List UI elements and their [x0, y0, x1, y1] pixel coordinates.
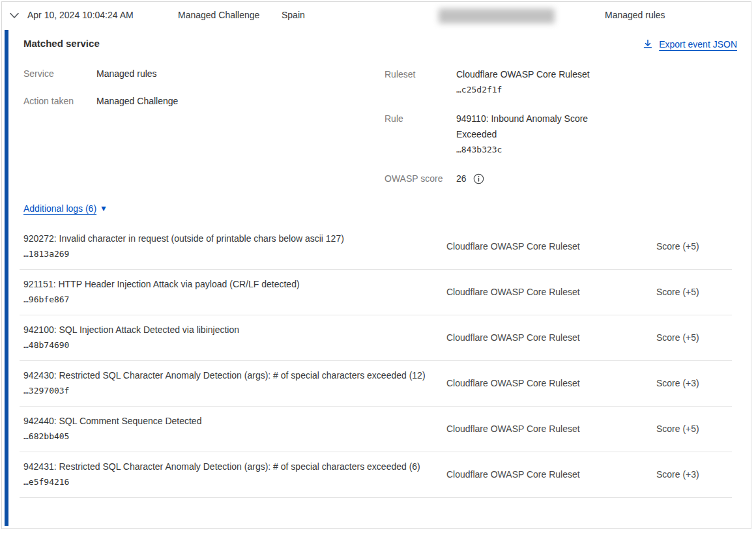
log-rule-cell: 942100: SQL Injection Attack Detected vi… — [20, 323, 446, 353]
ruleset-id: …c25d2f1f — [456, 82, 614, 98]
log-rule-description: 942100: SQL Injection Attack Detected vi… — [23, 323, 429, 338]
owasp-score-value: 26 — [456, 171, 467, 186]
log-rule-id: …96bfe867 — [23, 292, 429, 308]
info-icon[interactable] — [473, 173, 484, 184]
log-rule-cell: 942430: Restricted SQL Character Anomaly… — [20, 368, 446, 399]
event-action: Managed Challenge — [178, 9, 259, 22]
event-container: Apr 10, 2024 10:04:24 AM Managed Challen… — [1, 1, 751, 529]
log-ruleset-name: Cloudflare OWASP Core Ruleset — [446, 332, 656, 344]
export-event-json-link[interactable]: Export event JSON — [643, 39, 737, 50]
rule-name: 949110: Inbound Anomaly Score Exceeded — [456, 113, 588, 139]
log-row: 921151: HTTP Header Injection Attack via… — [20, 270, 732, 315]
log-rule-id: …1813a269 — [23, 246, 429, 262]
log-rule-cell: 942431: Restricted SQL Character Anomaly… — [20, 459, 446, 490]
field-action-taken-value: Managed Challenge — [96, 95, 178, 108]
log-row: 942431: Restricted SQL Character Anomaly… — [20, 452, 732, 498]
field-owasp-score-label: OWASP score — [385, 171, 456, 186]
field-action-taken-label: Action taken — [23, 95, 96, 108]
log-ruleset-name: Cloudflare OWASP Core Ruleset — [446, 468, 656, 481]
panel-title: Matched service — [23, 38, 100, 49]
download-icon — [643, 39, 653, 50]
log-row: 942430: Restricted SQL Character Anomaly… — [20, 361, 732, 407]
log-score: Score (+5) — [656, 240, 732, 253]
log-ruleset-name: Cloudflare OWASP Core Ruleset — [446, 423, 656, 435]
field-rule: Rule 949110: Inbound Anomaly Score Excee… — [385, 111, 665, 158]
log-rule-cell: 942440: SQL Comment Sequence Detected …6… — [20, 414, 446, 444]
field-action-taken: Action taken Managed Challenge — [23, 95, 178, 108]
additional-logs-table: 920272: Invalid character in request (ou… — [20, 224, 732, 498]
field-service: Service Managed rules — [23, 68, 157, 80]
log-score: Score (+5) — [656, 286, 732, 298]
field-ruleset-value: Cloudflare OWASP Core Ruleset …c25d2f1f — [456, 66, 614, 98]
details-right-column: Ruleset Cloudflare OWASP Core Ruleset …c… — [385, 66, 665, 199]
triangle-down-icon: ▼ — [100, 205, 108, 212]
log-rule-id: …3297003f — [23, 383, 429, 399]
ruleset-name: Cloudflare OWASP Core Ruleset — [456, 69, 590, 79]
log-rule-description: 921151: HTTP Header Injection Attack via… — [23, 277, 429, 292]
field-rule-value: 949110: Inbound Anomaly Score Exceeded …… — [456, 111, 614, 158]
redacted-field — [439, 8, 555, 23]
event-country: Spain — [282, 9, 305, 22]
log-rule-id: …48b74690 — [23, 338, 429, 353]
field-owasp-score: OWASP score 26 — [385, 171, 665, 186]
log-score: Score (+5) — [656, 332, 732, 344]
log-rule-description: 942440: SQL Comment Sequence Detected — [23, 414, 429, 429]
log-row: 942100: SQL Injection Attack Detected vi… — [20, 315, 732, 361]
log-rule-cell: 920272: Invalid character in request (ou… — [20, 231, 446, 262]
log-row: 942440: SQL Comment Sequence Detected …6… — [20, 407, 732, 452]
rule-id: …843b323c — [456, 142, 614, 158]
log-score: Score (+3) — [656, 377, 732, 390]
event-timestamp: Apr 10, 2024 10:04:24 AM — [27, 9, 134, 22]
additional-logs-label: Additional logs (6) — [23, 203, 96, 214]
field-service-label: Service — [23, 68, 96, 80]
field-rule-label: Rule — [385, 111, 456, 158]
event-details-panel: Matched service Export event JSON Servic… — [2, 30, 751, 528]
log-rule-description: 920272: Invalid character in request (ou… — [23, 231, 429, 246]
log-rule-id: …682bb405 — [23, 429, 429, 444]
log-ruleset-name: Cloudflare OWASP Core Ruleset — [446, 286, 656, 298]
additional-logs-toggle[interactable]: Additional logs (6) ▼ — [23, 203, 108, 214]
log-rule-description: 942430: Restricted SQL Character Anomaly… — [23, 368, 429, 383]
log-row: 920272: Invalid character in request (ou… — [20, 224, 732, 270]
log-rule-cell: 921151: HTTP Header Injection Attack via… — [20, 277, 446, 308]
log-rule-id: …e5f94216 — [23, 474, 429, 490]
field-ruleset: Ruleset Cloudflare OWASP Core Ruleset …c… — [385, 66, 665, 98]
matched-service-details: Service Managed rules Action taken Manag… — [23, 66, 738, 203]
field-service-value: Managed rules — [96, 68, 157, 80]
log-score: Score (+5) — [656, 423, 732, 435]
event-service: Managed rules — [605, 9, 665, 22]
event-row-header[interactable]: Apr 10, 2024 10:04:24 AM Managed Challen… — [2, 2, 751, 30]
export-link-label: Export event JSON — [659, 39, 737, 50]
log-score: Score (+3) — [656, 468, 732, 481]
field-ruleset-label: Ruleset — [385, 66, 456, 98]
log-rule-description: 942431: Restricted SQL Character Anomaly… — [23, 459, 429, 474]
log-ruleset-name: Cloudflare OWASP Core Ruleset — [446, 377, 656, 390]
log-ruleset-name: Cloudflare OWASP Core Ruleset — [446, 240, 656, 253]
chevron-down-icon[interactable] — [9, 12, 20, 20]
